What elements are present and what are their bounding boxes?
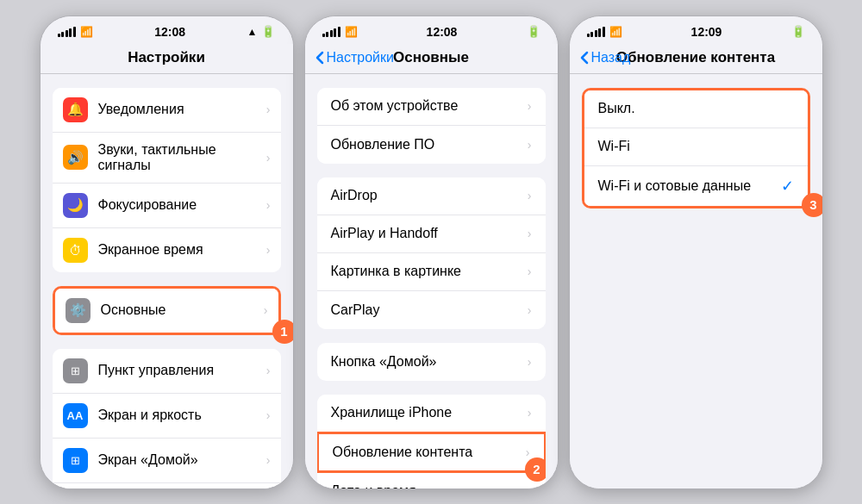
- nav-title-3: Обновление контента: [616, 49, 775, 66]
- status-left-3: 📶: [587, 26, 622, 38]
- signal-bars-2: [322, 27, 340, 37]
- label-storage: Хранилище iPhone: [331, 405, 522, 420]
- chevron-storage: ›: [528, 406, 532, 420]
- list-group-2b: AirDrop › AirPlay и Handoff › Картинка в…: [317, 177, 546, 329]
- check-wifi-cellular: ✓: [781, 177, 794, 196]
- badge-3: 3: [802, 193, 822, 217]
- bar3-3: [595, 30, 597, 37]
- chevron-notifications: ›: [266, 103, 271, 116]
- label-focus: Фокусирование: [98, 197, 261, 213]
- list-group-2a: Об этом устройстве › Обновление ПО ›: [317, 88, 546, 164]
- label-general: Основные: [101, 302, 259, 318]
- label-wifi-cellular: Wi-Fi и сотовые данные: [598, 178, 781, 194]
- bar4: [69, 28, 72, 37]
- option-off[interactable]: Выкл.: [584, 90, 808, 128]
- list-item-airplay[interactable]: AirPlay и Handoff ›: [317, 215, 546, 253]
- phone3-group1-wrapper: Выкл. Wi-Fi Wi-Fi и сотовые данные ✓ 3: [570, 88, 822, 208]
- chevron-display: ›: [266, 408, 271, 422]
- list-group-3: ⊞ Пункт управления › AA Экран и яркость …: [53, 349, 281, 488]
- back-chevron-icon-2: [315, 51, 324, 65]
- nav-bar-2: Настройки Основные: [305, 44, 558, 74]
- nav-back-3[interactable]: Назад: [580, 50, 631, 65]
- list-item-datetime[interactable]: Дата и время ›: [317, 472, 546, 488]
- list-group-general-highlighted: ⚙️ Основные ›: [53, 286, 281, 335]
- chevron-airplay: ›: [528, 227, 532, 240]
- list-item-storage[interactable]: Хранилище iPhone ›: [317, 395, 546, 432]
- content-2[interactable]: Об этом устройстве › Обновление ПО › Air…: [305, 74, 558, 488]
- label-airdrop: AirDrop: [331, 188, 522, 203]
- list-item-sounds[interactable]: 🔊 Звуки, тактильные сигналы ›: [53, 133, 281, 184]
- list-item-general[interactable]: ⚙️ Основные ›: [55, 289, 278, 333]
- bar2-1: [322, 34, 325, 37]
- list-item-controlcenter[interactable]: ⊞ Пункт управления ›: [53, 349, 281, 394]
- chevron-controlcenter: ›: [266, 364, 271, 377]
- list-item-about[interactable]: Об этом устройстве ›: [317, 88, 546, 126]
- label-screentime: Экранное время: [98, 242, 261, 258]
- icon-controlcenter: ⊞: [63, 358, 88, 383]
- status-bar-2: 📶 12:08 🔋: [305, 16, 558, 44]
- nav-title-1: Настройки: [128, 49, 205, 66]
- list-item-notifications[interactable]: 🔔 Уведомления ›: [53, 88, 281, 133]
- content-update-wrapper: Обновление контента › 2: [317, 432, 546, 473]
- section-general-wrapper: ⚙️ Основные › 1: [41, 286, 293, 335]
- back-label-2: Настройки: [327, 50, 394, 65]
- chevron-homescreen: ›: [266, 453, 271, 467]
- list-item-homebutton[interactable]: Кнопка «Домой» ›: [317, 343, 546, 381]
- content-3[interactable]: Выкл. Wi-Fi Wi-Fi и сотовые данные ✓ 3: [570, 74, 822, 488]
- bar3-1: [587, 34, 590, 37]
- phone2-group3: Кнопка «Домой» ›: [305, 343, 558, 381]
- list-item-display[interactable]: AA Экран и яркость ›: [53, 394, 281, 439]
- wifi-icon-1: 📶: [80, 26, 93, 38]
- icon-general: ⚙️: [66, 298, 91, 323]
- nav-bar-1: Настройки: [41, 44, 293, 74]
- list-item-focus[interactable]: 🌙 Фокусирование ›: [53, 184, 281, 228]
- content-1[interactable]: 🔔 Уведомления › 🔊 Звуки, тактильные сигн…: [41, 74, 293, 488]
- battery-icon-3: 🔋: [791, 25, 805, 38]
- label-controlcenter: Пункт управления: [98, 363, 261, 378]
- list-item-screentime[interactable]: ⏱ Экранное время ›: [53, 228, 281, 272]
- list-item-carplay[interactable]: CarPlay ›: [317, 291, 546, 329]
- status-left-2: 📶: [322, 26, 358, 38]
- chevron-contentupdate: ›: [526, 445, 530, 459]
- chevron-sounds: ›: [266, 151, 271, 165]
- bar3-4: [598, 28, 601, 37]
- phone-3: 📶 12:09 🔋 Назад Обновление контента Выкл…: [569, 16, 823, 489]
- list-item-accessibility[interactable]: ♿ Универсальный доступ ›: [53, 483, 281, 488]
- list-item-pictureinpicture[interactable]: Картинка в картинке ›: [317, 253, 546, 291]
- time-3: 12:09: [691, 25, 722, 39]
- list-item-homescreen[interactable]: ⊞ Экран «Домой» ›: [53, 439, 281, 483]
- label-off: Выкл.: [598, 101, 794, 116]
- option-wifi-cellular[interactable]: Wi-Fi и сотовые данные ✓: [584, 166, 808, 206]
- list-group-2c: Кнопка «Домой» ›: [317, 343, 546, 381]
- phone2-group1: Об этом устройстве › Обновление ПО ›: [305, 88, 558, 164]
- label-homescreen: Экран «Домой»: [98, 452, 261, 468]
- chevron-softwareupdate: ›: [528, 138, 532, 152]
- list-item-softwareupdate[interactable]: Обновление ПО ›: [317, 126, 546, 164]
- icon-homescreen: ⊞: [63, 448, 88, 473]
- label-contentupdate: Обновление контента: [333, 445, 521, 460]
- time-2: 12:08: [427, 25, 458, 39]
- chevron-pictureinpicture: ›: [528, 264, 532, 278]
- wifi-icon-2: 📶: [345, 26, 358, 38]
- list-item-airdrop[interactable]: AirDrop ›: [317, 177, 546, 215]
- back-chevron-icon-3: [580, 51, 589, 65]
- label-wifi: Wi-Fi: [598, 139, 794, 154]
- signal-bars-3: [587, 27, 605, 37]
- chevron-general: ›: [264, 303, 268, 317]
- icon-focus: 🌙: [63, 193, 88, 218]
- bar1: [58, 34, 60, 37]
- battery-icon-1: 🔋: [261, 25, 275, 38]
- option-wifi[interactable]: Wi-Fi: [584, 128, 808, 166]
- status-bar-1: 📶 12:08 ▲ 🔋: [41, 16, 293, 44]
- chevron-focus: ›: [266, 198, 271, 212]
- time-1: 12:08: [154, 25, 185, 39]
- nav-back-2[interactable]: Настройки: [315, 50, 394, 65]
- list-item-contentupdate[interactable]: Обновление контента ›: [317, 432, 546, 473]
- icon-screentime: ⏱: [63, 238, 88, 263]
- section-group-1: 🔔 Уведомления › 🔊 Звуки, тактильные сигн…: [41, 88, 293, 272]
- battery-icon-2: 🔋: [527, 25, 540, 38]
- bar3-2: [590, 32, 593, 37]
- bar2-3: [330, 30, 333, 37]
- list-group-2d: Хранилище iPhone › Обновление контента ›…: [317, 395, 546, 488]
- phone-2: 📶 12:08 🔋 Настройки Основные Об этом уст: [304, 16, 559, 489]
